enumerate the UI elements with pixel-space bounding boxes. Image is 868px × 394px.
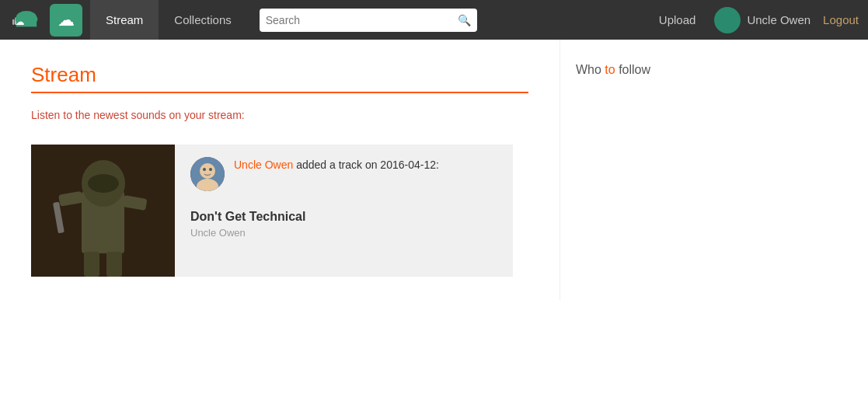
track-owner: Uncle Owen	[190, 227, 497, 239]
track-info: Uncle Owen added a track on 2016-04-12: …	[175, 145, 513, 277]
svg-point-26	[200, 163, 215, 179]
upload-link[interactable]: Upload	[647, 13, 709, 26]
svg-point-28	[203, 168, 206, 171]
main-layout: Stream Listen to the newest sounds on yo…	[0, 40, 868, 300]
nav-stream-link[interactable]: Stream	[90, 0, 159, 40]
navbar: ☁ .soundcloud-logo { width: 42px; height…	[0, 0, 868, 40]
track-name[interactable]: Don't Get Technical	[190, 210, 497, 224]
user-avatar	[714, 7, 741, 33]
svg-text:☁: ☁	[16, 17, 24, 26]
svg-rect-24	[31, 145, 175, 277]
track-card: Uncle Owen added a track on 2016-04-12: …	[31, 145, 513, 277]
search-input[interactable]	[266, 14, 453, 26]
nav-collections-link[interactable]: Collections	[159, 0, 246, 40]
track-image	[31, 145, 175, 277]
stream-title: Stream	[31, 63, 528, 87]
logo: ☁	[9, 3, 44, 37]
nav-username: Uncle Owen	[747, 13, 810, 26]
track-action-text: added a track on 2016-04-12:	[293, 159, 439, 171]
track-username: Uncle Owen	[234, 159, 293, 171]
stream-underline	[31, 92, 528, 93]
svg-rect-0	[12, 19, 14, 24]
who-to-follow-heading: Who to follow	[576, 63, 762, 77]
logout-link[interactable]: Logout	[823, 13, 859, 26]
track-user-text: Uncle Owen added a track on 2016-04-12:	[234, 157, 439, 173]
search-icon: 🔍	[458, 14, 471, 26]
svg-point-29	[209, 168, 212, 171]
search-bar: 🔍	[260, 9, 477, 32]
right-sidebar: Who to follow	[559, 40, 777, 300]
soundcloud-logo: ☁	[50, 4, 82, 37]
stream-subtitle: Listen to the newest sounds on your stre…	[31, 109, 528, 121]
track-user-row: Uncle Owen added a track on 2016-04-12:	[190, 157, 497, 191]
stream-section: Stream Listen to the newest sounds on yo…	[0, 40, 559, 300]
track-user-avatar	[190, 157, 225, 191]
to-text: to	[605, 63, 615, 76]
